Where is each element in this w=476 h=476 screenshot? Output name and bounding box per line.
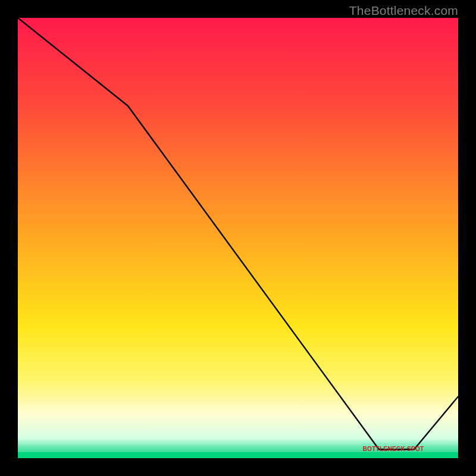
watermark-text: TheBottleneck.com (349, 4, 458, 18)
chart-stage: TheBottleneck.com BOTTLENECK SPOT (0, 0, 476, 476)
bottom-green-band (18, 452, 458, 458)
chart-svg (18, 18, 458, 458)
gradient-background (18, 18, 458, 458)
plot-area (18, 18, 458, 458)
bottleneck-spot-annotation: BOTTLENECK SPOT (363, 446, 424, 452)
